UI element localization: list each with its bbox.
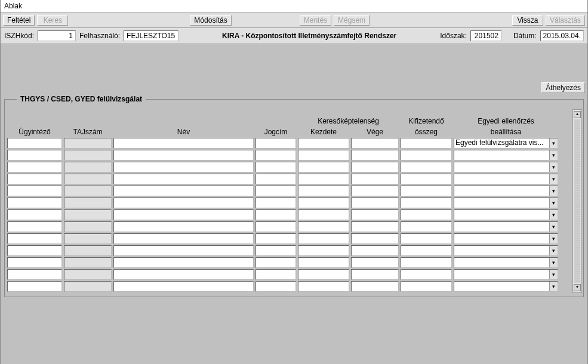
cell-kezdete[interactable] [298,257,349,268]
cell-egyedi-dropdown[interactable]: ▾ [454,221,558,232]
cell-kezdete[interactable] [298,269,349,280]
cell-jogcim[interactable] [255,269,296,280]
cell-osszeg[interactable] [401,221,452,232]
mentes-button[interactable]: Mentés [300,15,331,26]
cell-vege[interactable] [351,269,399,280]
vissza-button[interactable]: Vissza [512,15,543,26]
scroll-track[interactable] [574,119,580,283]
cell-nev[interactable] [113,257,254,268]
megsem-button[interactable]: Mégsem [334,15,370,26]
cell-tajszam[interactable] [64,198,112,208]
cell-vege[interactable] [351,257,399,268]
athelyezes-button[interactable]: Áthelyezés [541,82,585,93]
cell-ugyintezo[interactable] [7,138,62,149]
cell-ugyintezo[interactable] [7,209,62,220]
cell-ugyintezo[interactable] [7,150,62,161]
cell-nev[interactable] [113,233,254,244]
cell-jogcim[interactable] [255,257,296,268]
chevron-down-icon[interactable]: ▾ [549,270,558,279]
cell-vege[interactable] [351,138,399,149]
chevron-down-icon[interactable]: ▾ [549,138,558,148]
cell-kezdete[interactable] [298,281,349,292]
chevron-down-icon[interactable]: ▾ [549,234,558,243]
chevron-down-icon[interactable]: ▾ [549,162,558,172]
menu-ablak[interactable]: Ablak [4,2,22,10]
cell-tajszam[interactable] [64,281,112,292]
cell-jogcim[interactable] [255,281,296,292]
cell-tajszam[interactable] [64,269,112,280]
cell-nev[interactable] [113,269,254,280]
cell-jogcim[interactable] [255,150,296,161]
cell-tajszam[interactable] [64,221,112,232]
cell-tajszam[interactable] [64,174,112,184]
cell-ugyintezo[interactable] [7,257,62,268]
cell-jogcim[interactable] [255,186,296,196]
cell-osszeg[interactable] [401,209,452,220]
cell-tajszam[interactable] [64,257,112,268]
cell-egyedi-dropdown[interactable]: ▾ [454,186,558,196]
chevron-down-icon[interactable]: ▾ [549,150,558,160]
cell-jogcim[interactable] [255,245,296,256]
cell-osszeg[interactable] [401,198,452,208]
cell-vege[interactable] [351,281,399,292]
cell-vege[interactable] [351,150,399,161]
cell-egyedi-dropdown[interactable]: ▾ [454,257,558,268]
cell-egyedi-dropdown[interactable]: ▾ [454,233,558,244]
cell-vege[interactable] [351,221,399,232]
cell-jogcim[interactable] [255,174,296,184]
cell-jogcim[interactable] [255,162,296,172]
cell-kezdete[interactable] [298,174,349,184]
cell-tajszam[interactable] [64,150,112,161]
valasztas-button[interactable]: Választás [546,15,585,26]
cell-ugyintezo[interactable] [7,174,62,184]
chevron-down-icon[interactable]: ▾ [549,258,558,267]
cell-kezdete[interactable] [298,209,349,220]
cell-ugyintezo[interactable] [7,269,62,280]
cell-vege[interactable] [351,233,399,244]
cell-nev[interactable] [113,245,254,256]
cell-vege[interactable] [351,245,399,256]
cell-osszeg[interactable] [401,257,452,268]
chevron-down-icon[interactable]: ▾ [549,222,558,232]
cell-nev[interactable] [113,186,254,196]
cell-osszeg[interactable] [401,269,452,280]
chevron-down-icon[interactable]: ▾ [549,186,558,196]
cell-jogcim[interactable] [255,198,296,208]
cell-egyedi-dropdown[interactable]: ▾ [454,150,558,161]
cell-kezdete[interactable] [298,245,349,256]
cell-nev[interactable] [113,162,254,172]
cell-vege[interactable] [351,198,399,208]
keres-button[interactable]: Keres [37,15,68,26]
chevron-down-icon[interactable]: ▾ [549,282,558,291]
scroll-up-icon[interactable]: ▴ [574,111,581,118]
cell-nev[interactable] [113,281,254,292]
chevron-down-icon[interactable]: ▾ [549,210,558,220]
cell-ugyintezo[interactable] [7,221,62,232]
cell-osszeg[interactable] [401,174,452,184]
cell-tajszam[interactable] [64,245,112,256]
cell-ugyintezo[interactable] [7,281,62,292]
scroll-down-icon[interactable]: ▾ [574,284,581,291]
cell-ugyintezo[interactable] [7,186,62,196]
cell-egyedi-dropdown[interactable]: ▾ [454,209,558,220]
cell-egyedi-dropdown[interactable]: ▾ [454,269,558,280]
cell-nev[interactable] [113,138,254,149]
cell-tajszam[interactable] [64,138,112,149]
chevron-down-icon[interactable]: ▾ [549,246,558,255]
cell-ugyintezo[interactable] [7,245,62,256]
cell-vege[interactable] [351,174,399,184]
cell-jogcim[interactable] [255,221,296,232]
cell-kezdete[interactable] [298,233,349,244]
cell-tajszam[interactable] [64,209,112,220]
cell-kezdete[interactable] [298,150,349,161]
cell-nev[interactable] [113,209,254,220]
cell-nev[interactable] [113,174,254,184]
cell-tajszam[interactable] [64,233,112,244]
cell-nev[interactable] [113,221,254,232]
cell-kezdete[interactable] [298,198,349,208]
cell-kezdete[interactable] [298,186,349,196]
cell-osszeg[interactable] [401,138,452,149]
feltetel-button[interactable]: Feltétel [3,15,35,26]
cell-kezdete[interactable] [298,138,349,149]
cell-osszeg[interactable] [401,281,452,292]
